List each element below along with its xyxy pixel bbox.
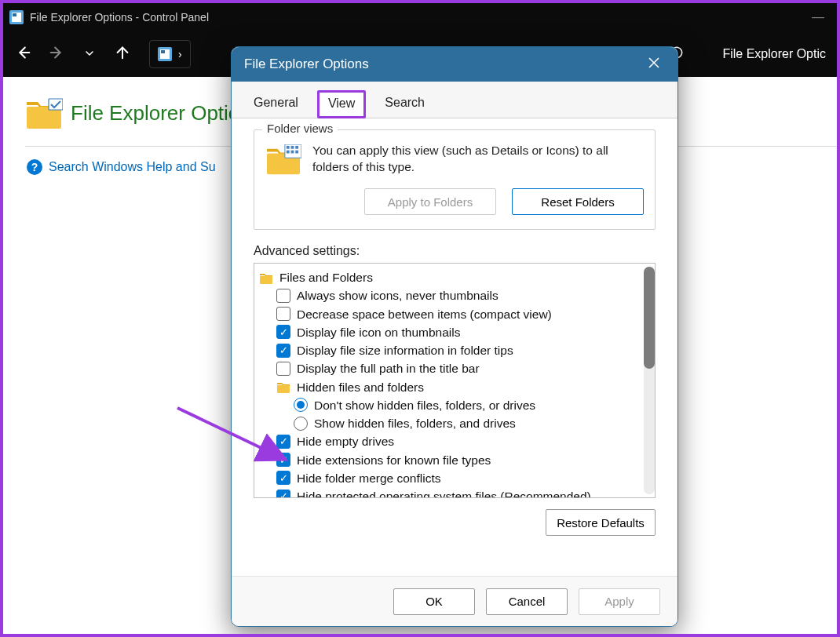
location-icon (158, 47, 172, 61)
adv-item[interactable]: Hide protected operating system files (R… (259, 487, 641, 498)
advanced-settings-label: Advanced settings: (254, 244, 656, 258)
svg-rect-20 (277, 385, 290, 393)
window: File Explorer Options - Control Panel — … (3, 3, 837, 634)
tab-general[interactable]: General (243, 89, 309, 118)
adv-item-label: Hide folder merge conflicts (297, 469, 441, 487)
folder-options-icon (25, 97, 60, 129)
radio[interactable] (294, 417, 308, 431)
checkbox[interactable] (276, 453, 290, 467)
app-icon (9, 10, 24, 24)
checkbox[interactable] (276, 490, 290, 498)
adv-header-label: Files and Folders (279, 268, 373, 286)
svg-rect-16 (287, 151, 290, 154)
svg-rect-8 (161, 50, 165, 53)
titlebar: File Explorer Options - Control Panel — (3, 3, 837, 31)
scrollbar-thumb[interactable] (644, 267, 655, 369)
folder-icon (276, 380, 290, 393)
adv-item-label: Don't show hidden files, folders, or dri… (314, 396, 535, 414)
svg-rect-10 (49, 99, 63, 110)
back-button[interactable] (14, 44, 33, 65)
svg-rect-19 (260, 276, 272, 284)
cancel-button[interactable]: Cancel (486, 588, 568, 615)
svg-rect-18 (295, 151, 298, 154)
ok-button[interactable]: OK (393, 588, 475, 615)
adv-item-label: Decrease space between items (compact vi… (297, 305, 552, 323)
forward-button[interactable] (47, 44, 66, 65)
advanced-settings-list[interactable]: Files and FoldersAlways show icons, neve… (254, 263, 656, 498)
group-label: Folder views (262, 122, 338, 135)
svg-rect-14 (291, 146, 294, 149)
adv-item-label: Hide extensions for known file types (297, 451, 491, 469)
apply-to-folders-button[interactable]: Apply to Folders (364, 188, 496, 215)
svg-rect-15 (295, 146, 298, 149)
tab-view[interactable]: View (317, 90, 366, 118)
adv-item[interactable]: Display file icon on thumbnails (259, 323, 641, 341)
adv-header: Files and Folders (259, 268, 641, 286)
adv-item-label: Hide protected operating system files (R… (297, 487, 591, 498)
adv-item[interactable]: Hide extensions for known file types (259, 451, 641, 469)
help-link[interactable]: Search Windows Help and Su (49, 160, 216, 174)
dialog-tabs: General View Search (232, 82, 677, 118)
adv-item[interactable]: Decrease space between items (compact vi… (259, 305, 641, 323)
address-bar[interactable]: › (149, 40, 191, 68)
search-box[interactable]: File Explorer Optic (722, 47, 826, 61)
adv-item[interactable]: Hidden files and folders (259, 378, 641, 396)
folder-views-desc: You can apply this view (such as Details… (312, 143, 644, 177)
help-icon: ? (27, 159, 42, 175)
close-button[interactable] (643, 53, 665, 76)
adv-item[interactable]: Don't show hidden files, folders, or dri… (259, 396, 641, 414)
window-title: File Explorer Options - Control Panel (30, 11, 209, 24)
reset-folders-button[interactable]: Reset Folders (512, 188, 644, 215)
radio[interactable] (294, 398, 308, 412)
svg-rect-13 (287, 146, 290, 149)
checkbox[interactable] (276, 289, 290, 303)
adv-item[interactable]: Hide folder merge conflicts (259, 469, 641, 487)
adv-item[interactable]: Always show icons, never thumbnails (259, 286, 641, 304)
adv-item[interactable]: Show hidden files, folders, and drives (259, 414, 641, 432)
checkbox[interactable] (276, 307, 290, 321)
recent-locations-button[interactable] (80, 46, 99, 64)
breadcrumb-arrow-icon[interactable]: › (178, 48, 182, 60)
minimize-button[interactable]: — (805, 10, 831, 24)
folder-views-icon (265, 144, 301, 177)
dialog-body: Folder views You can apply this view (su… (232, 118, 677, 576)
apply-button[interactable]: Apply (579, 588, 660, 615)
adv-item-label: Hidden files and folders (297, 378, 424, 396)
checkbox[interactable] (276, 435, 290, 449)
folder-views-group: Folder views You can apply this view (su… (254, 129, 656, 230)
page-title: File Explorer Optio (71, 101, 239, 126)
adv-item-label: Always show icons, never thumbnails (297, 286, 499, 304)
folder-icon (259, 271, 273, 284)
adv-item-label: Show hidden files, folders, and drives (314, 414, 516, 432)
up-button[interactable] (113, 44, 132, 65)
checkbox[interactable] (276, 362, 290, 376)
checkbox[interactable] (276, 325, 290, 339)
tab-search[interactable]: Search (374, 89, 436, 118)
checkbox[interactable] (276, 344, 290, 358)
checkbox[interactable] (276, 471, 290, 485)
file-explorer-options-dialog: File Explorer Options General View Searc… (231, 46, 678, 627)
adv-item-label: Display file icon on thumbnails (297, 323, 461, 341)
svg-rect-2 (13, 13, 16, 16)
dialog-titlebar: File Explorer Options (232, 47, 677, 82)
dialog-title: File Explorer Options (244, 56, 369, 72)
adv-item-label: Display the full path in the title bar (297, 359, 480, 377)
adv-item[interactable]: Display file size information in folder … (259, 341, 641, 359)
dialog-footer: OK Cancel Apply (232, 576, 677, 626)
restore-defaults-button[interactable]: Restore Defaults (546, 509, 656, 536)
adv-item-label: Hide empty drives (297, 432, 394, 450)
adv-item[interactable]: Display the full path in the title bar (259, 359, 641, 377)
svg-rect-17 (291, 151, 294, 154)
adv-item[interactable]: Hide empty drives (259, 432, 641, 450)
adv-item-label: Display file size information in folder … (297, 341, 513, 359)
